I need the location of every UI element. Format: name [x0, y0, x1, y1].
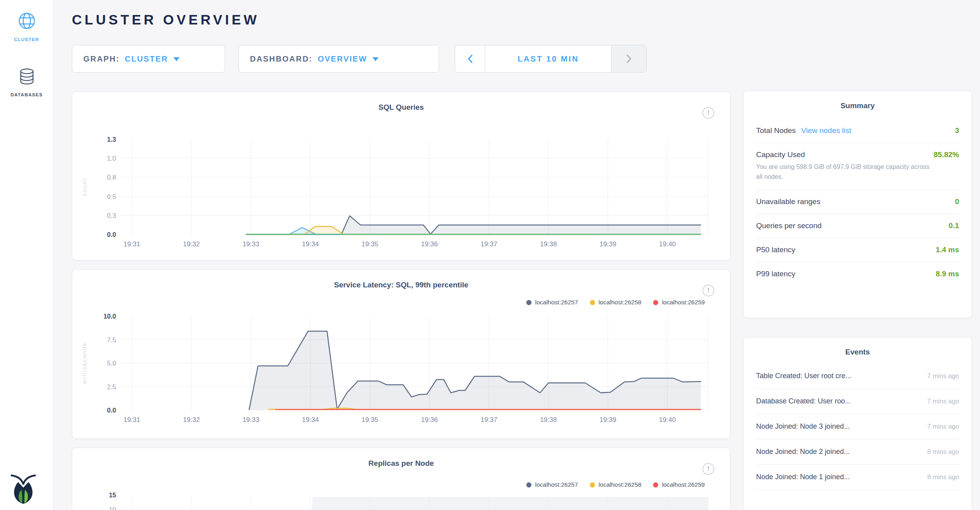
- svg-text:7.5: 7.5: [107, 336, 116, 343]
- summary-label: P50 latency: [756, 246, 795, 254]
- event-text: Node Joined: Node 1 joined...: [756, 473, 850, 481]
- chart-title: SQL Queries: [72, 103, 730, 112]
- legend-item[interactable]: localhost:26258: [590, 299, 642, 306]
- svg-text:5.0: 5.0: [107, 360, 116, 367]
- time-range-picker: LAST 10 MIN: [455, 45, 647, 73]
- event-row: Node Joined: Node 2 joined... 8 mins ago: [755, 439, 960, 465]
- legend-item[interactable]: localhost:26259: [653, 481, 705, 488]
- info-icon[interactable]: !: [702, 463, 714, 475]
- legend-label: localhost:26259: [662, 299, 705, 306]
- summary-label: P99 latency: [756, 270, 795, 278]
- events-panel: Events Table Created: User root cre... 7…: [743, 337, 972, 510]
- sidebar: CLUSTER DATABASES: [0, 0, 53, 510]
- databases-icon: [18, 68, 36, 85]
- graph-dropdown[interactable]: GRAPH: CLUSTER: [72, 45, 225, 73]
- sidebar-item-label: CLUSTER: [0, 37, 53, 42]
- svg-text:19:33: 19:33: [242, 416, 259, 424]
- dashboard-dropdown[interactable]: DASHBOARD: OVERVIEW: [238, 45, 439, 73]
- globe-icon: [18, 12, 36, 30]
- summary-value: 0.1: [949, 221, 959, 230]
- summary-panel: Summary Total Nodes View nodes list 3 Ca…: [743, 91, 972, 318]
- info-icon[interactable]: !: [702, 107, 714, 119]
- svg-text:19:37: 19:37: [481, 416, 498, 424]
- event-time: 7 mins ago: [927, 398, 959, 405]
- service-latency-chart: 19:3119:3219:3319:3419:3519:3619:3719:38…: [72, 270, 730, 439]
- svg-text:19:38: 19:38: [540, 240, 557, 248]
- event-row: Node Joined: Node 1 joined... 8 mins ago: [755, 465, 960, 490]
- svg-text:0.0: 0.0: [107, 407, 116, 414]
- svg-text:19:40: 19:40: [659, 240, 676, 248]
- svg-text:count: count: [81, 178, 88, 196]
- summary-rows: Total Nodes View nodes list 3 Capacity U…: [755, 119, 960, 286]
- replicas-per-node-chart: 19:3119:3219:3319:3419:3519:3619:3719:38…: [72, 448, 730, 510]
- legend-label: localhost:26258: [599, 299, 642, 306]
- event-row: Database Created: User roo... 7 mins ago: [755, 389, 960, 414]
- summary-value: 85.82%: [934, 150, 959, 159]
- summary-label: Unavailable ranges: [756, 197, 820, 206]
- capacity-subtext: You are using 598.9 GiB of 697.9 GiB sto…: [756, 162, 930, 182]
- chevron-down-icon: [372, 57, 379, 61]
- legend-item[interactable]: localhost:26257: [526, 481, 578, 488]
- dashboard-dropdown-label: DASHBOARD:: [250, 54, 313, 64]
- legend-dot: [526, 482, 531, 488]
- svg-text:19:37: 19:37: [481, 240, 498, 248]
- time-range-value[interactable]: LAST 10 MIN: [485, 45, 611, 72]
- chart-legend: localhost:26257 localhost:26258 localhos…: [526, 299, 705, 306]
- legend-label: localhost:26259: [662, 481, 705, 488]
- svg-text:10.0: 10.0: [103, 313, 116, 320]
- cockroach-bug-icon: [10, 473, 36, 504]
- svg-text:2.5: 2.5: [107, 383, 116, 390]
- time-range-prev-button[interactable]: [455, 45, 485, 72]
- view-nodes-list-link[interactable]: View nodes list: [801, 126, 851, 135]
- legend-item[interactable]: localhost:26258: [590, 481, 642, 488]
- svg-text:19:40: 19:40: [659, 416, 676, 424]
- summary-row-p50-latency: P50 latency 1.4 ms: [755, 238, 960, 262]
- legend-item[interactable]: localhost:26259: [653, 299, 705, 306]
- svg-text:19:38: 19:38: [540, 416, 557, 424]
- svg-text:1.3: 1.3: [107, 136, 116, 143]
- replicas-per-node-chart-card: 19:3119:3219:3319:3419:3519:3619:3719:38…: [72, 448, 730, 510]
- service-latency-chart-card: 19:3119:3219:3319:3419:3519:3619:3719:38…: [72, 269, 730, 439]
- event-time: 8 mins ago: [927, 448, 959, 456]
- legend-label: localhost:26257: [535, 481, 578, 488]
- event-time: 7 mins ago: [927, 423, 959, 430]
- legend-label: localhost:26258: [599, 481, 642, 488]
- summary-value: 8.9 ms: [936, 270, 959, 278]
- legend-item[interactable]: localhost:26257: [526, 299, 578, 306]
- summary-value: 1.4 ms: [936, 246, 959, 254]
- svg-text:0.3: 0.3: [107, 212, 116, 219]
- sql-queries-chart-card: 19:3119:3219:3319:3419:3519:3619:3719:38…: [72, 92, 730, 261]
- summary-row-p99-latency: P99 latency 8.9 ms: [755, 262, 960, 286]
- svg-text:19:31: 19:31: [124, 416, 141, 424]
- sidebar-item-cluster[interactable]: CLUSTER: [0, 12, 53, 42]
- svg-text:15: 15: [109, 491, 116, 499]
- time-range-next-button[interactable]: [611, 45, 646, 72]
- svg-text:10: 10: [109, 506, 116, 510]
- legend-dot: [590, 482, 595, 488]
- info-icon[interactable]: !: [702, 285, 714, 296]
- svg-text:19:39: 19:39: [599, 416, 616, 424]
- event-time: 8 mins ago: [927, 473, 959, 481]
- chevron-left-icon: [467, 54, 473, 64]
- svg-text:19:36: 19:36: [421, 416, 438, 424]
- cockroachdb-logo[interactable]: [10, 473, 36, 506]
- svg-text:19:31: 19:31: [124, 240, 141, 248]
- legend-dot: [526, 300, 531, 305]
- summary-value: 0: [955, 197, 959, 206]
- svg-text:19:33: 19:33: [242, 240, 259, 248]
- sql-queries-chart: 19:3119:3219:3319:3419:3519:3619:3719:38…: [72, 92, 730, 261]
- event-text: Database Created: User roo...: [756, 397, 851, 405]
- summary-row-unavailable-ranges: Unavailable ranges 0: [755, 190, 960, 214]
- svg-text:0.5: 0.5: [107, 193, 116, 200]
- summary-value: 3: [955, 126, 959, 135]
- svg-text:0.0: 0.0: [107, 231, 116, 238]
- chart-title: Replicas per Node: [72, 459, 730, 468]
- summary-label: Capacity Used: [756, 150, 805, 159]
- events-rows: Table Created: User root cre... 7 mins a…: [755, 364, 960, 490]
- summary-title: Summary: [755, 101, 960, 110]
- dashboard-dropdown-value: OVERVIEW: [318, 54, 367, 64]
- sidebar-item-databases[interactable]: DATABASES: [0, 68, 53, 97]
- chevron-down-icon: [173, 57, 180, 61]
- svg-text:19:39: 19:39: [599, 240, 616, 248]
- page-title: CLUSTER OVERVIEW: [72, 12, 259, 28]
